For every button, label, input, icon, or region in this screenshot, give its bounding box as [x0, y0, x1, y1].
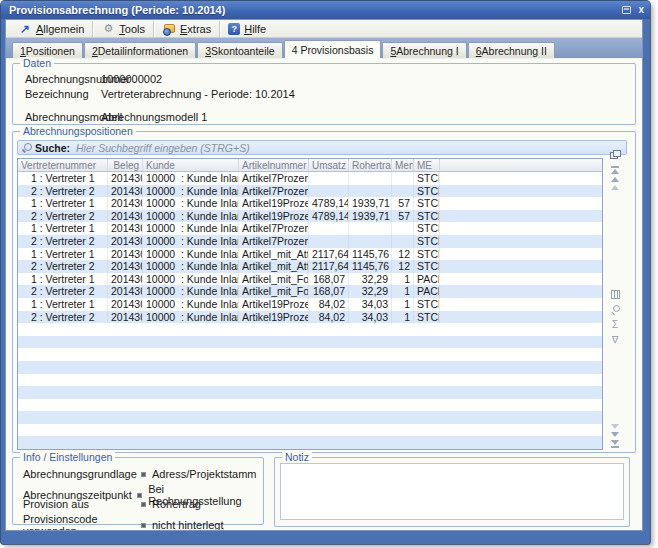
column-header-menge[interactable]: Menge [392, 159, 414, 171]
column-header-kunde[interactable]: Kunde [143, 159, 239, 171]
field-label: Abrechnungsnummer [25, 73, 101, 85]
app-window: Provisionsabrechnung (Periode: 10.2014) … [1, 1, 650, 544]
tab-content-provisionsbasis: Daten Abrechnungsnummer1000000002Bezeich… [6, 59, 642, 530]
column-header-beleg[interactable]: Beleg [108, 159, 143, 171]
search-icon [22, 143, 31, 152]
table-row-empty [18, 361, 602, 374]
table-row[interactable]: 2 : Vertreter 22014300910000 : Kunde Inl… [18, 260, 602, 273]
cell-beleg: 20143009 [108, 248, 143, 261]
table-row[interactable]: 1 : Vertreter 12014300910000 : Kunde Inl… [18, 197, 602, 210]
notiz-input[interactable] [281, 464, 623, 519]
cell-beleg: 20143009 [108, 222, 143, 235]
line-down-icon[interactable] [611, 424, 619, 429]
cell-rohertrag: 34,03 [349, 311, 392, 324]
scroll-to-bottom-arrow-icon[interactable] [611, 440, 619, 445]
tab-abrechnung-ii[interactable]: 6 Abrechnung II [468, 42, 555, 58]
line-up-icon[interactable] [611, 185, 619, 190]
cell-rohertrag [349, 185, 392, 198]
info-group-label: Info / Einstellungen [20, 451, 115, 463]
notiz-group-label: Notiz [282, 451, 312, 463]
cell-filler [440, 298, 602, 311]
cell-rohertrag: 1145,76 [349, 260, 392, 273]
table-header-row[interactable]: VertreternummerBelegKundeArtikelnummerUm… [18, 159, 602, 172]
cell-vertreternummer: 1 : Vertreter 1 [18, 248, 108, 261]
cell-filler [440, 235, 602, 248]
cell-me: STCK [414, 260, 440, 273]
table-row[interactable]: 2 : Vertreter 22014300910000 : Kunde Inl… [18, 210, 602, 223]
cell-umsatz: 84,02 [309, 298, 349, 311]
column-chooser-icon[interactable] [610, 150, 622, 160]
field-value: Vertreterabrechnung - Periode: 10.2014 [101, 88, 295, 100]
table-row[interactable]: 2 : Vertreter 22014300910000 : Kunde Inl… [18, 235, 602, 248]
table-row[interactable]: 2 : Vertreter 22014300710000 : Kunde Inl… [18, 185, 602, 198]
menu-item-label: Tools [119, 23, 145, 35]
cell-artikelnummer: Artikel7Prozent [239, 185, 309, 198]
cell-rohertrag: 1939,71 [349, 210, 392, 223]
tab-detailinformationen[interactable]: 2 Detailinformationen [84, 42, 196, 58]
cell-kunde: 10000 : Kunde Inland / Inlandsort [143, 260, 239, 273]
cell-beleg: 20143009 [108, 235, 143, 248]
cell-umsatz [309, 235, 349, 248]
cell-artikelnummer: Artikel_mit_Folgeartikel [239, 285, 309, 298]
bullet-icon [141, 502, 146, 507]
cell-umsatz: 168,07 [309, 273, 349, 286]
cell-umsatz: 2117,64 [309, 248, 349, 261]
restore-window-icon[interactable] [622, 6, 631, 14]
menu-item-allgemein[interactable]: ↗Allgemein [10, 21, 93, 37]
cell-beleg: 20143007 [108, 172, 143, 185]
filter-icon[interactable]: ∇ [605, 333, 625, 346]
cell-kunde: 10000 : Kunde Inland / Inlandsort [143, 248, 239, 261]
table-row[interactable]: 1 : Vertreter 12014300910000 : Kunde Inl… [18, 273, 602, 286]
cell-kunde: 10000 : Kunde Inland / Inlandsort [143, 222, 239, 235]
menu-item-hilfe[interactable]: ?Hilfe [220, 21, 274, 37]
tab-provisionsbasis[interactable]: 4 Provisionsbasis [284, 40, 382, 58]
column-header-vertreternummer[interactable]: Vertreternummer [18, 159, 108, 171]
cell-rohertrag [349, 235, 392, 248]
tab-abrechnung-i[interactable]: 5 Abrechnung I [382, 42, 466, 58]
extras-icon [162, 23, 176, 35]
scroll-to-bottom-icon[interactable] [611, 446, 619, 448]
magnifier-icon[interactable] [605, 303, 625, 316]
column-header-me[interactable]: ME [414, 159, 440, 171]
table-row[interactable]: 2 : Vertreter 22014300910000 : Kunde Inl… [18, 285, 602, 298]
page-down-icon[interactable] [611, 432, 619, 437]
tab-positionen[interactable]: 1 Positionen [12, 42, 83, 58]
cell-rohertrag: 32,29 [349, 273, 392, 286]
cell-menge [392, 185, 414, 198]
table-row[interactable]: 1 : Vertreter 12014300710000 : Kunde Inl… [18, 172, 602, 185]
scroll-to-top-arrow-icon[interactable] [611, 169, 619, 174]
title-bar: Provisionsabrechnung (Periode: 10.2014) … [1, 1, 650, 19]
positions-table[interactable]: VertreternummerBelegKundeArtikelnummerUm… [17, 158, 603, 450]
sum-icon[interactable]: Σ [605, 318, 625, 331]
table-row[interactable]: 1 : Vertreter 12014300910000 : Kunde Inl… [18, 222, 602, 235]
search-bar[interactable]: Suche: [17, 140, 627, 155]
table-row-empty [18, 411, 602, 424]
table-row[interactable]: 1 : Vertreter 12014300910000 : Kunde Inl… [18, 248, 602, 261]
cell-umsatz: 4789,14 [309, 197, 349, 210]
daten-field: AbrechnungsmodellAbrechnungsmodell 1 [25, 111, 207, 123]
field-label: Bezeichnung [25, 88, 101, 100]
table-row[interactable]: 1 : Vertreter 12014300910000 : Kunde Inl… [18, 298, 602, 311]
cell-menge [392, 235, 414, 248]
table-row[interactable]: 2 : Vertreter 22014300910000 : Kunde Inl… [18, 311, 602, 324]
table-body[interactable]: 1 : Vertreter 12014300710000 : Kunde Inl… [18, 172, 602, 449]
columns-icon[interactable] [605, 288, 625, 301]
column-header-umsatz[interactable]: Umsatz € [309, 159, 349, 171]
close-window-icon[interactable]: x [638, 5, 644, 15]
cell-me: STCK [414, 298, 440, 311]
scroll-to-top-icon[interactable] [611, 166, 619, 168]
menu-item-tools[interactable]: ⚙Tools [93, 21, 154, 37]
cell-kunde: 10000 : Kunde Inland / Inlandsort [143, 298, 239, 311]
cell-artikelnummer: Artikel7Prozent [239, 222, 309, 235]
cell-filler [440, 248, 602, 261]
column-header-rohertrag[interactable]: Rohertrag € [349, 159, 392, 171]
cell-menge [392, 172, 414, 185]
tab-skontoanteile[interactable]: 3 Skontoanteile [197, 42, 282, 58]
page-up-icon[interactable] [611, 177, 619, 182]
cell-me: STCK [414, 210, 440, 223]
column-header-artikelnummer[interactable]: Artikelnummer [239, 159, 309, 171]
cell-rohertrag: 32,29 [349, 285, 392, 298]
search-input[interactable] [74, 141, 622, 155]
info-value: Rohertrag [152, 498, 201, 510]
menu-item-extras[interactable]: Extras [154, 21, 220, 37]
